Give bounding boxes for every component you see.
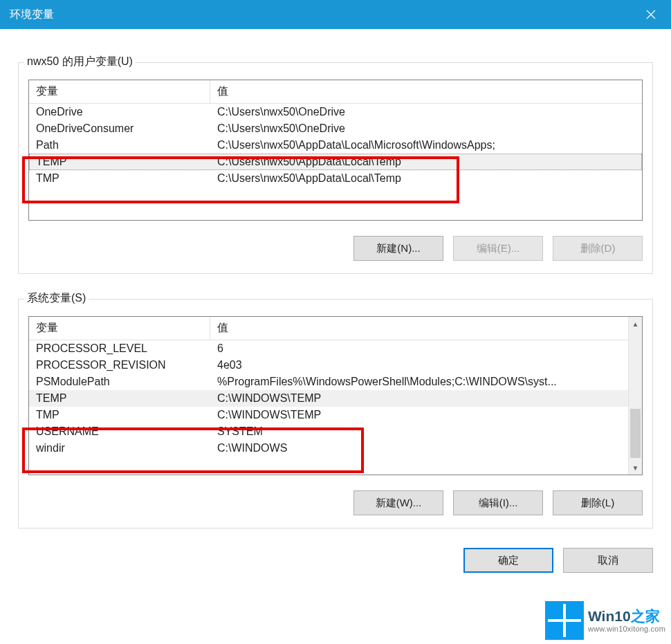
watermark: Win10之家 www.win10xitong.com [545, 601, 665, 640]
scroll-up-icon[interactable]: ▲ [629, 317, 642, 331]
watermark-url: www.win10xitong.com [588, 625, 665, 634]
vertical-scrollbar[interactable]: ▲ ▼ [628, 317, 642, 475]
windows-logo-icon [545, 601, 584, 640]
table-row[interactable]: PROCESSOR_LEVEL 6 [29, 340, 628, 357]
table-row[interactable]: PROCESSOR_REVISION 4e03 [29, 357, 628, 374]
cancel-button[interactable]: 取消 [563, 548, 653, 573]
close-button[interactable] [631, 0, 671, 29]
scroll-track[interactable] [629, 331, 642, 461]
system-group-legend: 系统变量(S) [24, 291, 89, 306]
system-new-button[interactable]: 新建(W)... [353, 490, 443, 515]
table-row[interactable]: OneDriveConsumer C:\Users\nwx50\OneDrive [29, 120, 642, 137]
table-row[interactable]: TMP C:\Users\nwx50\AppData\Local\Temp [29, 170, 642, 187]
user-group-legend: nwx50 的用户变量(U) [24, 55, 136, 69]
system-list-header: 变量 值 [29, 317, 642, 340]
user-list-header: 变量 值 [29, 80, 642, 104]
system-variables-group: 系统变量(S) 变量 值 PROCESSOR_LEVEL 6 PROCESSOR… [18, 299, 653, 528]
scroll-down-icon[interactable]: ▼ [629, 461, 642, 475]
user-new-button[interactable]: 新建(N)... [353, 236, 443, 261]
table-row[interactable]: TMP C:\WINDOWS\TEMP [29, 407, 628, 423]
user-variables-list[interactable]: 变量 值 OneDrive C:\Users\nwx50\OneDrive On… [28, 80, 643, 221]
table-row[interactable]: PSModulePath %ProgramFiles%\WindowsPower… [29, 374, 628, 390]
system-delete-button[interactable]: 删除(L) [553, 490, 643, 515]
table-row[interactable]: windir C:\WINDOWS [29, 440, 628, 457]
column-variable[interactable]: 变量 [29, 317, 210, 340]
table-row[interactable]: USERNAME SYSTEM [29, 423, 628, 440]
system-variables-list[interactable]: 变量 值 PROCESSOR_LEVEL 6 PROCESSOR_REVISIO… [28, 316, 643, 475]
table-row[interactable]: OneDrive C:\Users\nwx50\OneDrive [29, 104, 642, 120]
system-edit-button[interactable]: 编辑(I)... [453, 490, 543, 515]
close-icon [646, 10, 656, 19]
ok-button[interactable]: 确定 [463, 548, 553, 573]
table-row-selected[interactable]: TEMP C:\Users\nwx50\AppData\Local\Temp [29, 154, 642, 170]
column-variable[interactable]: 变量 [29, 80, 210, 103]
title-bar: 环境变量 [0, 0, 671, 29]
window-title: 环境变量 [10, 8, 631, 22]
user-variables-group: nwx50 的用户变量(U) 变量 值 OneDrive C:\Users\nw… [18, 62, 653, 274]
table-row-selected[interactable]: TEMP C:\WINDOWS\TEMP [29, 390, 628, 407]
user-delete-button[interactable]: 删除(D) [553, 236, 643, 261]
column-value[interactable]: 值 [210, 80, 642, 103]
user-edit-button[interactable]: 编辑(E)... [453, 236, 543, 261]
watermark-brand: Win10之家 [588, 607, 665, 625]
table-row[interactable]: Path C:\Users\nwx50\AppData\Local\Micros… [29, 137, 642, 154]
scroll-thumb[interactable] [630, 409, 641, 458]
column-value[interactable]: 值 [210, 317, 642, 340]
